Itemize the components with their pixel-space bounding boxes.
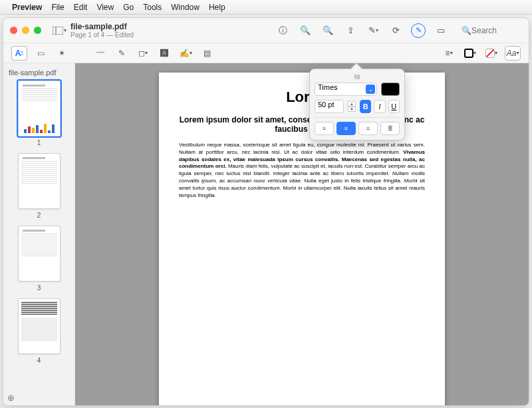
draw-tool-button[interactable]: ✎ [114,46,130,61]
info-icon: ⓘ [279,25,287,37]
align-right-button[interactable]: ≡ [358,122,378,135]
text-color-swatch[interactable] [381,83,400,96]
sidebar-toggle-button[interactable]: ▾ [51,22,68,39]
zoom-window-button[interactable] [34,27,41,34]
align-left-icon: ≡ [323,125,326,132]
form-button[interactable]: ▭ [432,22,450,39]
note-tool-button[interactable]: ▤ [199,46,215,61]
shapes-icon: ◻ [138,49,145,58]
font-family-select[interactable]: Times ⌄ [315,83,377,96]
selection-tool-button[interactable]: ▭ [33,46,49,61]
menu-window[interactable]: Window [171,3,200,12]
textbox-icon: 🅰 [160,49,168,58]
stroke-icon [464,49,473,58]
menu-help[interactable]: Help [209,3,225,12]
align-center-button[interactable]: ≡ [336,122,356,135]
traffic-lights [10,27,41,34]
rotate-icon: ⟳ [392,25,400,35]
zoom-out-button[interactable]: 🔍 [297,22,314,39]
popover-label: fill [315,74,400,81]
markup-button[interactable]: ✎ [410,22,427,39]
svg-rect-0 [53,27,63,35]
fill-icon [485,49,495,58]
rotate-button[interactable]: ⟳ [387,22,404,39]
italic-button[interactable]: I [374,100,385,113]
document-subtitle: Page 1 of 4 — Edited [70,31,134,39]
zoom-out-icon: 🔍 [300,25,311,35]
bold-button[interactable]: B [360,100,371,113]
titlebar: ▾ file-sample.pdf Page 1 of 4 — Edited ⓘ… [3,18,529,43]
search-input[interactable] [471,26,518,35]
sketch-tool-button[interactable]: 〰 [92,46,108,61]
menu-edit[interactable]: Edit [74,3,88,12]
paragraph-1: Vestibulum neque massa, scelerisque sit … [179,142,425,405]
menu-view[interactable]: View [96,3,114,12]
redact-icon: ✶ [59,49,65,58]
zoom-in-button[interactable]: 🔍 [319,22,336,39]
form-icon: ▭ [437,25,445,35]
fill-color-button[interactable]: ▾ [483,46,499,61]
align-center-icon: ≡ [344,125,348,132]
font-size-stepper[interactable]: ▲▼ [348,101,356,112]
shapes-tool-button[interactable]: ◻▾ [135,46,151,61]
thumb-4-number: 4 [37,357,41,364]
draw-icon: ✎ [118,49,125,58]
document-filename: file-sample.pdf [70,22,134,31]
minimize-window-button[interactable] [22,27,29,34]
menu-file[interactable]: File [51,3,64,12]
stroke-color-button[interactable]: ▾ [462,46,478,61]
signature-icon: ✍ [180,49,190,58]
redact-tool-button[interactable]: ✶ [54,46,70,61]
markup-icon: ✎ [411,23,426,38]
add-page-button[interactable]: ⊕ [7,393,15,403]
text-style-button[interactable]: Aa▾ [505,46,521,61]
sketch-icon: 〰 [96,49,104,58]
thumbnail-3[interactable]: 3 [3,226,74,292]
align-right-icon: ≡ [366,125,370,132]
thumb-2-number: 2 [37,212,41,219]
chevron-updown-icon: ⌄ [366,85,375,94]
line-icon: ≡ [445,49,450,58]
menubar: Preview File Edit View Go Tools Window H… [0,0,532,15]
align-justify-button[interactable]: ≣ [380,122,400,135]
close-window-button[interactable] [10,27,17,34]
font-size-field[interactable]: 50 pt [315,100,344,113]
sign-tool-button[interactable]: ✍▾ [178,46,194,61]
zoom-in-icon: 🔍 [323,25,333,35]
thumb-1-number: 1 [37,139,41,146]
app-name-menu[interactable]: Preview [12,3,42,12]
menu-go[interactable]: Go [123,3,134,12]
preview-window: ▾ file-sample.pdf Page 1 of 4 — Edited ⓘ… [3,17,529,406]
text-box-button[interactable]: 🅰 [156,46,172,61]
align-justify-icon: ≣ [388,125,393,132]
thumbnail-1[interactable]: 1 [3,81,74,146]
highlight-icon: ✎ [368,25,376,35]
thumb-3-number: 3 [37,284,41,292]
line-style-button[interactable]: ≡▾ [441,46,457,61]
text-style-popover: fill Times ⌄ 50 pt ▲▼ B I U ≡ ≡ ≡ ≣ [309,69,405,140]
thumbnail-sidebar: file-sample.pdf 1 2 3 4 ⊕ [3,63,75,405]
search-field[interactable]: 🔍 [458,25,522,37]
share-button[interactable]: ⇪ [342,22,359,39]
info-button[interactable]: ⓘ [274,22,291,39]
sidebar-icon [53,27,63,35]
sidebar-title: file-sample.pdf [3,67,74,81]
share-icon: ⇪ [347,25,354,35]
menu-tools[interactable]: Tools [143,3,162,12]
underline-button[interactable]: U [388,100,400,113]
note-icon: ▤ [203,49,211,58]
text-tool-button[interactable]: A⌶ [11,46,27,61]
markup-toolbar: A⌶ ▭ ✶ 〰 ✎ ◻▾ 🅰 ✍▾ ▤ ≡▾ ▾ ▾ Aa▾ [3,43,529,63]
align-left-button[interactable]: ≡ [315,122,334,135]
highlight-button[interactable]: ✎▾ [364,22,382,39]
title-area: file-sample.pdf Page 1 of 4 — Edited [70,22,134,39]
search-icon: 🔍 [462,26,471,35]
thumbnail-2[interactable]: 2 [3,153,74,219]
thumbnail-4[interactable]: 4 [3,298,74,364]
selection-icon: ▭ [37,49,45,58]
document-canvas[interactable]: Lore Lorem ipsum dolor sit amet, consect… [75,63,529,405]
